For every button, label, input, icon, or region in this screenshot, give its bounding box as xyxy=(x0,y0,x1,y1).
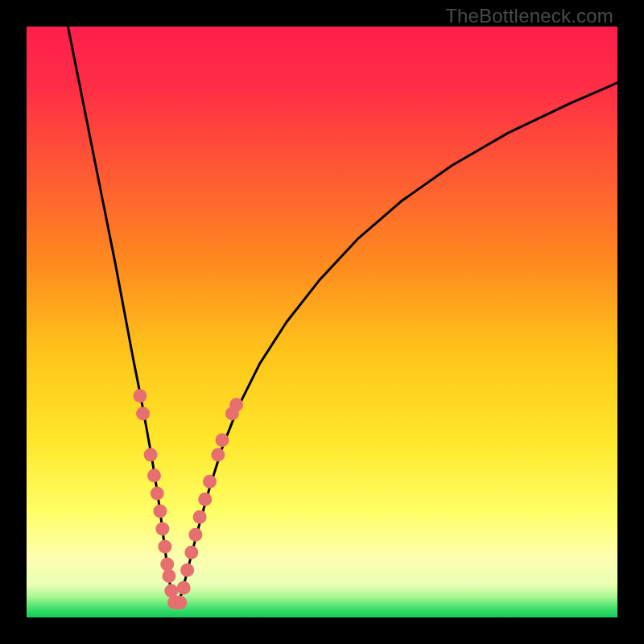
data-dot xyxy=(173,596,187,609)
data-dot xyxy=(155,522,169,535)
data-dot xyxy=(160,557,174,571)
data-dot xyxy=(203,475,217,489)
data-dot xyxy=(164,584,178,598)
data-dot xyxy=(188,528,202,542)
data-dot xyxy=(133,389,147,402)
watermark-text: TheBottleneck.com xyxy=(445,5,613,27)
data-dot xyxy=(153,504,167,518)
data-dot xyxy=(180,564,194,577)
data-dot xyxy=(216,433,229,447)
data-dot xyxy=(211,448,225,462)
data-dot xyxy=(229,398,243,411)
data-dot xyxy=(136,407,150,420)
chart-frame: TheBottleneck.com xyxy=(0,0,644,644)
curve-right-curve xyxy=(178,83,617,606)
data-dot xyxy=(144,448,158,462)
data-dot xyxy=(162,569,175,583)
data-dot xyxy=(177,581,191,595)
scatter-dots xyxy=(133,389,243,609)
data-dot xyxy=(158,539,171,553)
curve-left-curve xyxy=(68,27,174,605)
data-dot xyxy=(193,510,207,524)
plot-area xyxy=(27,27,617,617)
bottleneck-curves xyxy=(68,27,617,605)
data-dot xyxy=(147,469,161,482)
chart-svg xyxy=(27,27,617,617)
data-dot xyxy=(151,486,164,500)
data-dot xyxy=(184,546,198,559)
data-dot xyxy=(198,493,212,506)
